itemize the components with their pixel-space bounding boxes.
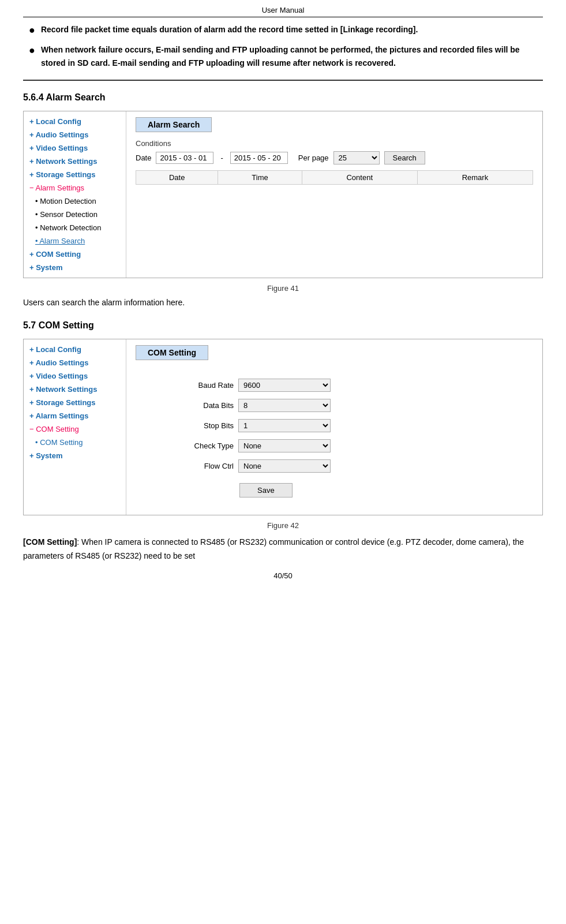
com-setting-title: COM Setting — [136, 345, 208, 360]
sidebar-video-settings[interactable]: + Video Settings — [24, 141, 126, 155]
col-remark: Remark — [417, 170, 533, 184]
com-sidebar-com-setting-parent[interactable]: − COM Setting — [24, 422, 126, 436]
sidebar-storage-settings[interactable]: + Storage Settings — [24, 168, 126, 181]
flow-ctrl-select[interactable]: None Hardware Software — [238, 459, 331, 473]
check-type-row: Check Type None Odd Even — [182, 439, 510, 452]
com-setting-description: [COM Setting]: When IP camera is connect… — [23, 536, 543, 563]
date-from-input[interactable] — [156, 152, 213, 164]
com-sidebar-com-setting-child[interactable]: • COM Setting — [24, 436, 126, 449]
sidebar-motion-detection[interactable]: • Motion Detection — [24, 194, 126, 208]
check-type-select[interactable]: None Odd Even — [238, 439, 331, 452]
baud-rate-select[interactable]: 9600 19200 38400 57600 115200 — [238, 379, 331, 392]
com-sidebar-system[interactable]: + System — [24, 449, 126, 462]
data-bits-select[interactable]: 8 7 6 5 — [238, 399, 331, 412]
bullet-dot-1: ● — [29, 23, 35, 38]
sidebar-network-settings[interactable]: + Network Settings — [24, 155, 126, 168]
alarm-result-table: Date Time Content Remark — [136, 170, 533, 231]
date-dash: - — [220, 154, 223, 162]
data-bits-row: Data Bits 8 7 6 5 — [182, 399, 510, 412]
search-row: Date - Per page 25 50 100 Search — [136, 151, 533, 164]
flow-ctrl-label: Flow Ctrl — [182, 462, 234, 470]
com-sidebar-audio-settings[interactable]: + Audio Settings — [24, 356, 126, 369]
per-page-label: Per page — [298, 154, 329, 162]
stop-bits-select[interactable]: 1 2 — [238, 419, 331, 432]
com-sidebar-local-config[interactable]: + Local Config — [24, 343, 126, 356]
sidebar-local-config[interactable]: + Local Config — [24, 115, 126, 128]
sidebar-com-setting[interactable]: + COM Setting — [24, 248, 126, 261]
bullet-item-2: ● When network failure occurs, E-mail se… — [29, 43, 537, 69]
sidebar-alarm-search[interactable]: • Alarm Search — [24, 234, 126, 248]
alarm-search-main: Alarm Search Conditions Date - Per page … — [126, 111, 542, 278]
page-number: 40/50 — [23, 571, 543, 580]
col-content: Content — [302, 170, 417, 184]
figure-41-caption: Figure 41 — [23, 284, 543, 293]
com-sidebar-network-settings[interactable]: + Network Settings — [24, 383, 126, 396]
stop-bits-label: Stop Bits — [182, 421, 234, 430]
alarm-search-title: Alarm Search — [136, 117, 212, 132]
bullet-dot-2: ● — [29, 43, 35, 58]
stop-bits-row: Stop Bits 1 2 — [182, 419, 510, 432]
col-date: Date — [136, 170, 218, 184]
com-sidebar-storage-settings[interactable]: + Storage Settings — [24, 396, 126, 409]
date-label: Date — [136, 154, 151, 162]
com-setting-panel: + Local Config + Audio Settings + Video … — [23, 339, 543, 515]
sidebar-audio-settings[interactable]: + Audio Settings — [24, 128, 126, 141]
sidebar-network-detection[interactable]: • Network Detection — [24, 221, 126, 234]
com-form: Baud Rate 9600 19200 38400 57600 115200 … — [136, 367, 533, 509]
save-row: Save — [182, 480, 510, 497]
per-page-select[interactable]: 25 50 100 — [333, 151, 380, 164]
com-sidebar-alarm-settings[interactable]: + Alarm Settings — [24, 409, 126, 422]
bullet-text-1: Record file packet time equals duration … — [41, 23, 418, 36]
figure-42-caption: Figure 42 — [23, 521, 543, 530]
col-time: Time — [218, 170, 302, 184]
alarm-search-sidebar: + Local Config + Audio Settings + Video … — [24, 111, 126, 278]
sidebar-alarm-settings[interactable]: − Alarm Settings — [24, 181, 126, 194]
date-to-input[interactable] — [230, 152, 288, 164]
com-setting-heading: 5.7 COM Setting — [23, 320, 543, 331]
save-button[interactable]: Save — [239, 483, 293, 497]
alarm-search-panel: + Local Config + Audio Settings + Video … — [23, 111, 543, 278]
conditions-label: Conditions — [136, 139, 533, 148]
com-setting-main: COM Setting Baud Rate 9600 19200 38400 5… — [126, 339, 542, 515]
flow-ctrl-row: Flow Ctrl None Hardware Software — [182, 459, 510, 473]
check-type-label: Check Type — [182, 442, 234, 450]
bullet-section: ● Record file packet time equals duratio… — [23, 23, 543, 69]
bullet-text-2: When network failure occurs, E-mail send… — [41, 43, 537, 69]
com-setting-desc-text: : When IP camera is connected to RS485 (… — [23, 537, 524, 560]
search-button[interactable]: Search — [384, 151, 425, 164]
sidebar-system[interactable]: + System — [24, 261, 126, 274]
baud-rate-label: Baud Rate — [182, 381, 234, 390]
page-header: User Manual — [23, 6, 543, 17]
sidebar-sensor-detection[interactable]: • Sensor Detection — [24, 208, 126, 221]
header-title: User Manual — [262, 6, 305, 14]
com-setting-sidebar: + Local Config + Audio Settings + Video … — [24, 339, 126, 515]
bullet-item-1: ● Record file packet time equals duratio… — [29, 23, 537, 38]
section-divider-1 — [23, 80, 543, 81]
alarm-search-heading: 5.6.4 Alarm Search — [23, 92, 543, 103]
com-setting-bold: [COM Setting] — [23, 537, 77, 547]
com-sidebar-video-settings[interactable]: + Video Settings — [24, 369, 126, 383]
baud-rate-row: Baud Rate 9600 19200 38400 57600 115200 — [182, 379, 510, 392]
data-bits-label: Data Bits — [182, 401, 234, 410]
alarm-search-description: Users can search the alarm information h… — [23, 296, 543, 309]
